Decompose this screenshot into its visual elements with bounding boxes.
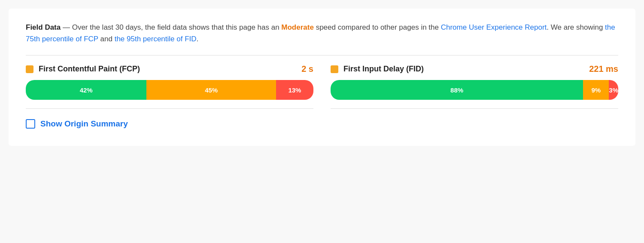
fid-header: First Input Delay (FID) 221 ms	[331, 64, 618, 74]
fid-bar: 88% 9% 3%	[331, 80, 618, 100]
main-container: Field Data — Over the last 30 days, the …	[9, 9, 635, 146]
metrics-row: First Contentful Paint (FCP) 2 s 42% 45%…	[26, 64, 618, 109]
fid-bar-red: 3%	[609, 80, 618, 100]
fid-icon	[331, 65, 338, 73]
fid-bar-orange: 9%	[583, 80, 609, 100]
field-data-title: Field Data	[26, 23, 61, 31]
fid-title: First Input Delay (FID)	[343, 65, 584, 74]
show-origin-checkbox[interactable]	[26, 119, 35, 129]
moderate-label: Moderate	[281, 23, 314, 31]
fcp-title: First Contentful Paint (FCP)	[39, 65, 296, 74]
show-origin-section[interactable]: Show Origin Summary	[26, 119, 618, 129]
fcp-header: First Contentful Paint (FCP) 2 s	[26, 64, 313, 74]
fcp-icon	[26, 65, 33, 73]
fcp-value: 2 s	[301, 64, 313, 74]
fid-percentile-link[interactable]: the 95th percentile of FID	[115, 35, 197, 43]
fid-bar-green: 88%	[331, 80, 583, 100]
show-origin-label[interactable]: Show Origin Summary	[40, 119, 128, 129]
fcp-bar-green: 42%	[26, 80, 146, 100]
fcp-block: First Contentful Paint (FCP) 2 s 42% 45%…	[26, 64, 313, 109]
top-divider	[26, 55, 618, 55]
fcp-bar-orange: 45%	[146, 80, 276, 100]
chrome-report-link[interactable]: Chrome User Experience Report	[441, 23, 547, 31]
field-data-description: Field Data — Over the last 30 days, the …	[26, 22, 618, 45]
fcp-bar-red: 13%	[276, 80, 313, 100]
fid-value: 221 ms	[589, 64, 618, 74]
fcp-bar: 42% 45% 13%	[26, 80, 313, 100]
fid-block: First Input Delay (FID) 221 ms 88% 9% 3%	[331, 64, 618, 109]
